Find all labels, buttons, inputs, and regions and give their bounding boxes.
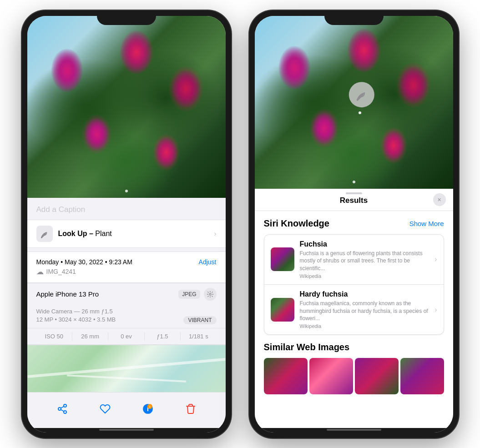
right-phone: Results × Siri Knowledge Show More (249, 10, 459, 438)
format-badge: JPEG (178, 290, 200, 299)
caption-area[interactable]: Add a Caption (27, 198, 226, 220)
hardy-fuchsia-chevron-icon: › (435, 306, 437, 314)
bottom-toolbar: i i (27, 392, 226, 428)
right-home-indicator (255, 428, 453, 433)
similar-section-header: Similar Web Images (264, 342, 444, 352)
hardy-fuchsia-thumbnail (271, 298, 294, 322)
hardy-fuchsia-source: Wikipedia (300, 323, 429, 329)
fuchsia-description: Fuchsia is a genus of flowering plants t… (300, 250, 429, 272)
lookup-text: Look Up – Plant (58, 230, 112, 238)
hardy-fuchsia-content: Hardy fuchsia Fuchsia magellanica, commo… (300, 290, 429, 329)
delete-button[interactable] (181, 399, 201, 419)
exif-shutter: 1/181 s (181, 332, 216, 341)
right-photo-indicator-dot (353, 181, 355, 183)
metadata-section: Monday • May 30, 2022 • 9:23 AM Adjust ☁… (27, 252, 226, 283)
trash-icon (185, 403, 196, 414)
photo-indicator-dot (125, 190, 128, 192)
right-home-bar (327, 429, 381, 431)
info-panel: Add a Caption Look Up – Plant › (27, 198, 226, 392)
web-image-1[interactable] (264, 358, 308, 394)
home-bar (99, 429, 154, 431)
leaf-icon (40, 229, 50, 239)
visual-lookup-button[interactable] (349, 82, 374, 107)
siri-knowledge-title: Siri Knowledge (264, 218, 329, 229)
photo-area[interactable] (27, 16, 226, 198)
date-row: Monday • May 30, 2022 • 9:23 AM Adjust (36, 258, 217, 266)
visual-lookup-dot (359, 111, 361, 114)
flower-photo (27, 16, 226, 198)
fuchsia-chevron-icon: › (435, 255, 437, 263)
fuchsia-source: Wikipedia (300, 273, 429, 279)
exif-aperture: ƒ1.5 (145, 332, 181, 341)
filename-row: ☁ IMG_4241 (36, 267, 217, 276)
date-text: Monday • May 30, 2022 • 9:23 AM (36, 258, 132, 266)
phones-container: Add a Caption Look Up – Plant › (13, 1, 468, 447)
heart-icon (100, 403, 111, 414)
share-icon (57, 403, 68, 414)
camera-specs: Wide Camera — 26 mm ƒ1.5 12 MP • 3024 × … (27, 305, 226, 328)
device-name: Apple iPhone 13 Pro (36, 290, 99, 298)
fuchsia-content: Fuchsia Fuchsia is a genus of flowering … (300, 240, 429, 279)
home-indicator (27, 428, 226, 433)
web-image-2[interactable] (309, 358, 353, 394)
siri-knowledge-section: Siri Knowledge Show More Fuchsia Fuchsia… (255, 211, 453, 339)
right-phone-inner: Results × Siri Knowledge Show More (255, 16, 453, 433)
similar-web-images-section: Similar Web Images (255, 338, 453, 402)
device-badges: JPEG (178, 288, 216, 301)
web-image-3[interactable] (355, 358, 399, 394)
knowledge-item-hardy-fuchsia[interactable]: Hardy fuchsia Fuchsia magellanica, commo… (264, 285, 444, 334)
exif-focal: 26 mm (72, 332, 108, 341)
right-leaf-icon (354, 88, 368, 101)
exif-row: ISO 50 26 mm 0 ev ƒ1.5 1/181 s (27, 328, 226, 345)
results-panel: Results × Siri Knowledge Show More (255, 189, 453, 428)
web-image-4[interactable] (400, 358, 444, 394)
svg-text:i: i (149, 405, 150, 409)
info-button[interactable]: i i (138, 399, 158, 419)
map-preview[interactable] (27, 345, 226, 392)
svg-point-0 (209, 293, 211, 295)
share-button[interactable] (52, 399, 72, 419)
cloud-icon: ☁ (36, 267, 44, 276)
hardy-fuchsia-description: Fuchsia magellanica, commonly known as t… (300, 300, 429, 322)
fuchsia-title: Fuchsia (300, 240, 429, 248)
caption-placeholder[interactable]: Add a Caption (36, 205, 86, 214)
knowledge-card: Fuchsia Fuchsia is a genus of flowering … (264, 234, 444, 335)
fuchsia-thumbnail (271, 247, 294, 271)
results-header: Results × (255, 189, 453, 211)
exif-iso: ISO 50 (36, 332, 72, 341)
show-more-button[interactable]: Show More (409, 220, 444, 227)
close-button[interactable]: × (433, 193, 446, 206)
exif-ev: 0 ev (108, 332, 144, 341)
left-phone-inner: Add a Caption Look Up – Plant › (27, 16, 226, 433)
drag-handle[interactable] (346, 192, 362, 194)
resolution-text: 12 MP • 3024 × 4032 • 3.5 MB (36, 316, 116, 323)
favorite-button[interactable] (95, 399, 115, 419)
gear-icon (207, 291, 214, 298)
siri-section-header: Siri Knowledge Show More (264, 218, 444, 229)
adjust-button[interactable]: Adjust (199, 258, 217, 266)
results-title: Results (340, 196, 368, 205)
lookup-row[interactable]: Look Up – Plant › (27, 220, 226, 248)
lookup-chevron-icon: › (214, 230, 216, 238)
settings-icon[interactable] (204, 288, 217, 301)
visual-lookup-icon (36, 226, 53, 242)
filename-text: IMG_4241 (46, 268, 76, 275)
knowledge-item-fuchsia[interactable]: Fuchsia Fuchsia is a genus of flowering … (264, 235, 444, 285)
camera-type: Wide Camera — 26 mm ƒ1.5 (36, 308, 217, 315)
right-photo-area[interactable] (255, 16, 453, 189)
left-phone: Add a Caption Look Up – Plant › (22, 10, 231, 438)
info-icon: i i (142, 403, 154, 415)
vibrant-badge: VIBRANT (183, 316, 216, 324)
device-row: Apple iPhone 13 Pro JPEG (27, 283, 226, 305)
similar-web-title: Similar Web Images (264, 342, 350, 352)
close-icon: × (437, 196, 441, 203)
spec-row: 12 MP • 3024 × 4032 • 3.5 MB VIBRANT (36, 316, 217, 324)
hardy-fuchsia-title: Hardy fuchsia (300, 290, 429, 298)
web-images-grid (264, 358, 444, 394)
